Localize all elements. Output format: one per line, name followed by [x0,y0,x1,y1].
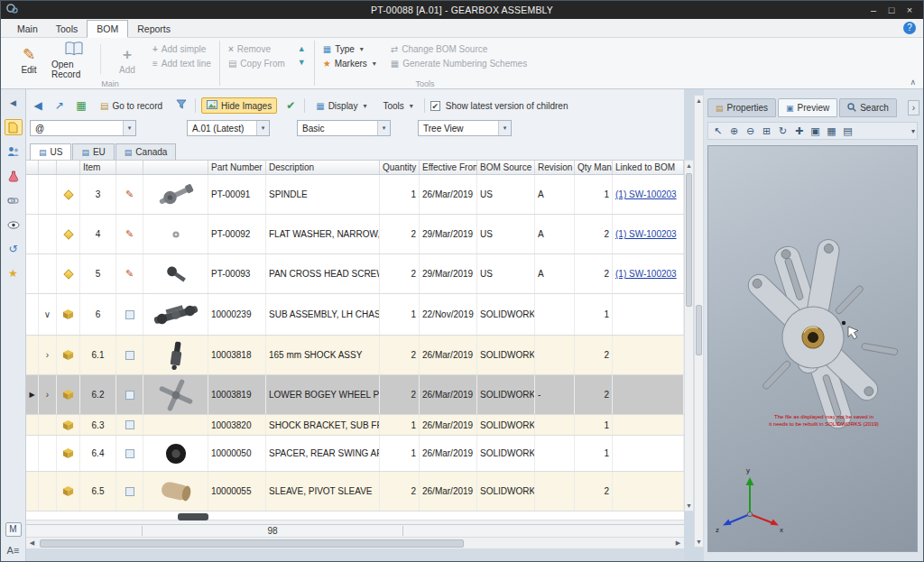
col-part-number[interactable]: Part Number [208,161,266,174]
flask-icon[interactable] [5,168,23,184]
col-revision[interactable]: Revision [535,161,575,174]
table-row-selected[interactable]: ▶ › 6.2 10003819 LOWER BOGEY WHEEL PIVOT… [26,375,684,415]
scroll-up-icon[interactable]: ▲ [685,161,693,170]
close-button[interactable]: × [901,5,918,15]
scroll-right-icon[interactable]: ▶ [672,539,684,547]
wireframe-view-icon[interactable]: ▦ [824,124,839,138]
preview-options-chevron-icon[interactable]: ▾ [911,127,915,135]
generate-numbering-button[interactable]: ▦ Generate Numbering Schemes [388,58,530,69]
table-row[interactable]: 6.5 10000055 SLEAVE, PIVOT SLEAVE 2 26/M… [26,472,684,511]
col-item[interactable]: Item [80,161,116,174]
table-scroll-thumb[interactable] [686,173,692,307]
tab-eu[interactable]: ▤ EU [72,143,114,160]
change-bom-source-button[interactable]: ⇄ Change BOM Source [388,43,530,55]
expand-closed-icon[interactable]: › [46,350,49,360]
linked-bom-link[interactable]: (1) SW-100203 [615,229,677,239]
scroll-down-icon[interactable]: ▼ [685,501,693,511]
table-row[interactable]: 5 ✎ PT-00093 PAN CROSS HEAD SCREW, M4 X … [26,254,684,294]
open-record-button[interactable]: Open Record [51,41,97,80]
link-icon[interactable] [5,192,23,208]
m-panel-icon[interactable]: M [5,522,22,537]
table-row[interactable]: › 6.1 10003818 165 mm SHOCK ASSY 2 26/Ma… [26,336,684,375]
row-checkbox[interactable] [125,310,134,319]
col-effective-from[interactable]: Effective From [420,161,477,174]
table-row[interactable]: 3 ✎ PT-00091 SPINDLE 1 26/Mar/2019 US A … [26,175,684,215]
row-checkbox[interactable] [125,351,134,360]
scroll-left-icon[interactable]: ◀ [26,539,38,547]
col-bom-source[interactable]: BOM Source [477,161,535,174]
rotate-icon[interactable]: ↻ [775,124,790,138]
zoom-fit-icon[interactable]: ⊞ [759,124,774,138]
markers-menu-button[interactable]: ★ Markers ▾ [320,58,379,69]
col-qty-manu[interactable]: Qty Manu [575,161,613,174]
col-description[interactable]: Description [266,161,380,174]
select-cursor-icon[interactable]: ↖ [710,124,725,138]
filter-icon[interactable] [173,99,189,112]
collapse-ribbon-icon[interactable]: ∧ [910,78,916,87]
show-latest-checkbox[interactable]: ✔ [430,101,440,111]
table-vertical-scrollbar[interactable]: ▲ ▼ [684,160,694,511]
history-icon[interactable]: ↺ [5,241,23,257]
form-scroll-thumb[interactable] [696,305,702,355]
remove-button[interactable]: × Remove [226,43,288,55]
scroll-up-icon[interactable]: ▲ [695,96,703,106]
go-to-record-button[interactable]: ▤ Go to record [95,98,168,114]
document-view-icon[interactable]: ▤ [840,124,855,138]
scope-dropdown[interactable]: @ ▾ [30,120,136,136]
row-checkbox[interactable] [125,420,134,429]
preview-tab[interactable]: ▣ Preview [778,98,837,117]
horizontal-scroll-thumb[interactable] [40,539,464,548]
copy-from-button[interactable]: ▤ Copy From [226,58,288,69]
row-checkbox[interactable] [125,487,134,496]
tab-us[interactable]: ▤ US [30,143,71,160]
move-down-button[interactable]: ▼ [295,57,309,68]
minimize-button[interactable]: – [865,5,882,15]
col-linked-to-bom[interactable]: Linked to BOM [613,161,684,174]
maximize-button[interactable]: □ [883,5,900,15]
scroll-down-icon[interactable]: ▼ [695,537,703,547]
add-button[interactable]: + Add [105,41,150,80]
shaded-view-icon[interactable]: ▣ [808,124,823,138]
table-row[interactable]: 4 ✎ PT-00092 FLAT WASHER, NARROW, M4 2 2… [26,215,684,254]
pan-icon[interactable]: ✚ [791,124,807,138]
form-vertical-scrollbar[interactable]: ▲ ▼ [694,95,704,548]
search-tab[interactable]: Search [839,98,897,117]
bom-document-icon[interactable] [5,119,23,135]
favorites-star-icon[interactable]: ★ [5,265,23,281]
back-icon[interactable]: ◀ [30,99,46,112]
tab-reports[interactable]: Reports [128,21,180,37]
validate-icon[interactable]: ✔ [282,99,299,112]
move-up-button[interactable]: ▲ [295,43,309,54]
display-menu-button[interactable]: ▦ Display ▾ [310,98,372,114]
text-panel-icon[interactable]: A≡ [7,545,20,556]
view-dropdown[interactable]: Basic ▾ [297,120,391,136]
linked-bom-link[interactable]: (1) SW-100203 [615,269,677,279]
expand-panel-button[interactable]: › [908,100,919,115]
tab-canada[interactable]: ▤ Canada [116,143,177,160]
row-checkbox[interactable] [125,391,134,400]
properties-tab[interactable]: ▤ Properties [707,98,776,117]
table-row[interactable]: ∨ 6 10000239 SUB ASSEMBLY, LH CHASSIS 1 … [26,294,684,336]
tab-tools[interactable]: Tools [47,21,88,37]
horizontal-scrollbar[interactable]: ◀ ▶ [26,537,684,548]
mode-dropdown[interactable]: Tree View ▾ [418,120,512,136]
add-text-line-button[interactable]: ≡ Add text line [150,58,214,69]
add-simple-button[interactable]: + Add simple [150,43,214,55]
row-checkbox[interactable] [125,449,134,458]
tab-main[interactable]: Main [8,21,47,37]
users-icon[interactable] [5,143,23,160]
eye-icon[interactable] [5,217,23,233]
share-icon[interactable]: ↗ [51,99,68,112]
expand-open-icon[interactable]: ∨ [44,309,51,319]
export-grid-icon[interactable]: ▦ [73,99,89,112]
help-icon[interactable]: ? [903,22,916,34]
col-quantity[interactable]: Quantity [380,161,420,174]
linked-bom-link[interactable]: (1) SW-100203 [615,189,677,199]
tab-bom[interactable]: BOM [87,20,128,38]
expand-closed-icon[interactable]: › [46,390,49,400]
hide-images-button[interactable]: Hide Images [201,97,277,114]
zoom-out-icon[interactable]: ⊖ [743,124,758,138]
type-menu-button[interactable]: ▦ Type ▾ [320,43,379,55]
table-row[interactable]: 6.3 10003820 SHOCK BRACKET, SUB FRAME 1 … [26,415,684,436]
table-row[interactable]: 6.4 10000050 SPACER, REAR SWING ARM 1 26… [26,436,684,472]
